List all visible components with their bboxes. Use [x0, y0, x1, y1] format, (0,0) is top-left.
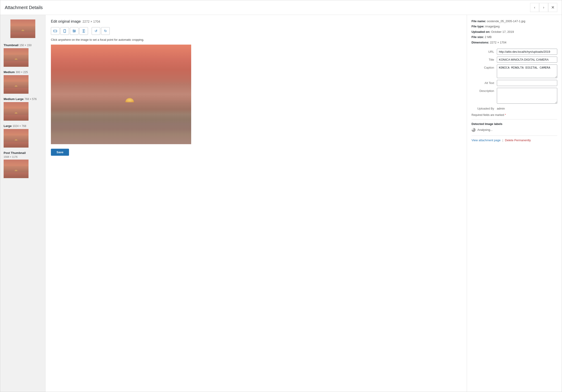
svg-point-7 [73, 30, 74, 31]
sun-decoration-pt [15, 170, 17, 171]
image-preview-area[interactable] [51, 45, 191, 144]
medium-large-image [4, 102, 28, 121]
file-type-label: File type: [471, 25, 484, 28]
file-size-row: File size: 2 MB [471, 35, 557, 40]
post-thumbnail-thumb [4, 160, 42, 178]
dimensions-value: 2272 × 1704 [490, 41, 507, 44]
uploaded-by-label: Uploaded By [471, 107, 494, 110]
attachment-modal: Attachment Details ‹ › ✕ Thumbnail150 × … [0, 0, 562, 392]
sidebar-medium-large-label: Medium Large768 × 576 [4, 97, 42, 101]
medium-thumb [4, 75, 42, 94]
action-links: View attachment page | Delete Permanentl… [471, 139, 557, 142]
loading-spinner [471, 128, 476, 132]
details-panel: File name: oostende_05_2005-147-1.jpg Fi… [467, 15, 562, 392]
file-type-row: File type: image/jpeg [471, 24, 557, 29]
next-attachment-button[interactable]: › [539, 3, 548, 12]
uploaded-on-row: Uploaded on: October 17, 2019 [471, 29, 557, 35]
caption-textarea[interactable]: KONICA MINOLTA DIGITAL CAMERA [497, 64, 557, 78]
water-overlay [51, 104, 191, 144]
delete-permanently-link[interactable]: Delete Permanently [505, 139, 531, 142]
sun-decoration-large [15, 139, 17, 141]
main-thumbnail-container [0, 17, 45, 40]
url-label: URL [471, 49, 494, 53]
required-star: * [505, 113, 506, 117]
crop-landscape-button[interactable] [51, 27, 59, 35]
description-textarea[interactable] [497, 88, 557, 104]
file-name-row: File name: oostende_05_2005-147-1.jpg [471, 19, 557, 24]
sidebar-thumbnail-dims: 150 × 150 [19, 44, 32, 47]
title-input[interactable] [497, 57, 557, 63]
file-info: File name: oostende_05_2005-147-1.jpg Fi… [471, 19, 557, 45]
undo-button[interactable]: ↺ [92, 27, 100, 35]
caption-label: Caption [471, 64, 494, 69]
title-label: Title [471, 57, 494, 61]
analysing-row: Analysing... [471, 128, 557, 132]
url-input[interactable] [497, 49, 557, 55]
divider [471, 119, 557, 119]
save-button[interactable]: Save [51, 149, 69, 156]
analysing-text: Analysing... [477, 128, 492, 131]
edit-original-label: Edit original image [51, 19, 81, 24]
uploaded-on-label: Uploaded on: [471, 30, 490, 34]
file-type-value: image/jpeg [485, 25, 500, 28]
dimensions-label: Dimensions: [471, 41, 489, 44]
sidebar-medium-label: Medium300 × 225 [4, 70, 42, 74]
crop-portrait-button[interactable] [60, 27, 69, 35]
uploaded-by-row: Uploaded By admin [471, 107, 557, 110]
sidebar-post-thumbnail-dims: 1568 × 1176 [4, 155, 42, 158]
edit-dimensions: 2272 × 1704 [82, 20, 100, 23]
sidebar-section-thumbnail: Thumbnail150 × 150 [0, 42, 45, 69]
file-name-label: File name: [471, 19, 486, 23]
large-image [4, 129, 28, 148]
svg-rect-0 [54, 30, 57, 32]
main-thumbnail-image [11, 19, 35, 38]
svg-point-9 [73, 31, 74, 32]
medium-large-thumb [4, 102, 42, 121]
svg-point-8 [74, 31, 75, 31]
sidebar-section-large: Large1024 × 768 [0, 123, 45, 150]
svg-rect-3 [64, 29, 66, 33]
sidebar-section-medium: Medium300 × 225 [0, 69, 45, 96]
sidebar-section-post-thumbnail: Post Thumbnail 1568 × 1176 [0, 150, 45, 180]
flip-button[interactable] [79, 27, 88, 35]
sidebar-large-label: Large1024 × 768 [4, 124, 42, 128]
view-attachment-link[interactable]: View attachment page [471, 139, 501, 142]
uploaded-by-value: admin [497, 107, 557, 110]
sidebar-thumbnail-label: Thumbnail150 × 150 [4, 43, 42, 47]
file-name-value: oostende_05_2005-147-1.jpg [487, 19, 525, 23]
sidebar-medium-large-dims: 768 × 576 [24, 97, 37, 101]
edit-header: Edit original image 2272 × 1704 [51, 19, 461, 24]
sun-decoration [22, 30, 24, 31]
sun-decoration-ml [15, 112, 17, 114]
dimensions-row: Dimensions: 2272 × 1704 [471, 40, 557, 45]
sun-decoration-medium [15, 85, 17, 87]
modal-header: Attachment Details ‹ › ✕ [0, 0, 562, 15]
file-size-label: File size: [471, 35, 484, 39]
thumbnail-thumb [4, 48, 42, 67]
alt-text-input[interactable] [497, 80, 557, 86]
focal-point-hint: Click anywhere on the image to set a foc… [51, 38, 461, 41]
image-toolbar: ↺ ↻ [51, 27, 461, 35]
medium-image [4, 75, 28, 94]
adjust-button[interactable] [70, 27, 79, 35]
sun-graphic [125, 98, 134, 102]
thumbnail-image [4, 48, 28, 67]
large-thumb [4, 129, 42, 148]
description-label: Description [471, 88, 494, 93]
modal-title: Attachment Details [5, 5, 43, 10]
alt-text-label: Alt Text [471, 80, 494, 85]
sun-decoration-thumb [15, 58, 17, 60]
prev-attachment-button[interactable]: ‹ [530, 3, 539, 12]
link-separator: | [502, 139, 503, 142]
detected-labels-heading: Detected Image labels [471, 122, 557, 126]
divider-2 [471, 136, 557, 136]
sidebar-medium-dims: 300 × 225 [16, 71, 28, 74]
sidebar-section-medium-large: Medium Large768 × 576 [0, 96, 45, 123]
sidebar-large-dims: 1024 × 768 [12, 124, 26, 128]
redo-button[interactable]: ↻ [101, 27, 110, 35]
image-editor: Edit original image 2272 × 1704 [46, 15, 467, 392]
file-size-value: 2 MB [485, 35, 492, 39]
meta-form: URL Title Caption KONICA MINOLTA DIGITAL… [471, 49, 557, 104]
attachment-sidebar: Thumbnail150 × 150 Medium300 × 225 [0, 15, 46, 392]
close-modal-button[interactable]: ✕ [548, 3, 557, 12]
